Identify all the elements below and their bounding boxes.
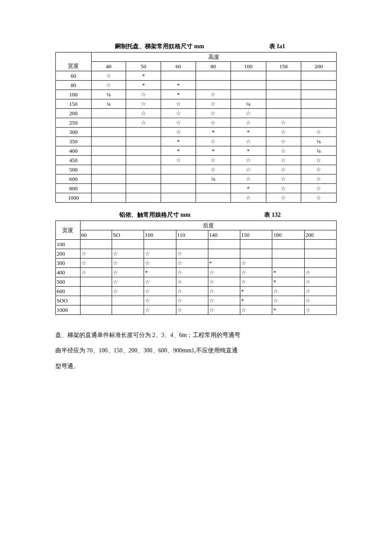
table2-row-label: 100 <box>56 240 81 249</box>
table1-cell: ☆ <box>231 137 266 146</box>
table2-cell <box>304 240 336 249</box>
table1-cell <box>91 165 126 174</box>
table2-cell: ☆ <box>176 287 208 296</box>
table2-cell: ☆ <box>144 305 176 315</box>
table2-cell <box>240 249 272 259</box>
table1-cell <box>231 90 266 99</box>
table2-cell: ☆ <box>176 249 208 259</box>
table1-cell: ☆ <box>266 165 301 174</box>
table1-cell: * <box>161 81 196 90</box>
table2-cell: ☆ <box>304 277 336 287</box>
table1-cell <box>91 137 126 146</box>
table2-cell: ☆ <box>144 287 176 296</box>
table1-cell: * <box>161 146 196 156</box>
table1-row-label: 200 <box>56 109 92 118</box>
table2-cell: * <box>240 287 272 296</box>
table-row: 250☆☆☆☆☆ <box>56 118 337 128</box>
table1-cell <box>91 118 126 128</box>
table-row: 800*☆☆ <box>56 184 337 193</box>
table1-header-row1: 宽度 高度 <box>56 52 337 62</box>
table1-cell: ☆ <box>196 118 231 128</box>
table1-row-header-label: 宽度 <box>56 52 92 71</box>
table1-cell: * <box>231 146 266 156</box>
table1-cell <box>161 165 196 174</box>
table1-cell: ☆ <box>266 174 301 184</box>
table-row: 80☆** <box>56 81 337 90</box>
table1-cell: ☆ <box>161 109 196 118</box>
table1-cell <box>126 193 161 203</box>
table2-row-label: 200 <box>56 249 81 259</box>
table1-cell: ☆ <box>301 184 337 193</box>
table2-cell: ☆ <box>176 268 208 277</box>
table2-cell: * <box>208 259 240 268</box>
table2-cell: ☆ <box>304 296 336 305</box>
table2-cell: * <box>240 296 272 305</box>
table-row: 1000☆☆☆☆*☆ <box>56 305 337 315</box>
table2-cell: ☆ <box>272 287 304 296</box>
table1-header-row2: 40 50 60 80 100 150 200 <box>56 62 337 71</box>
table2-cell: ☆ <box>144 296 176 305</box>
table1-row-label: 350 <box>56 137 92 146</box>
table1-cell: ☆ <box>196 90 231 99</box>
table1-cell: ☆ <box>161 156 196 165</box>
table1-cell: ☆ <box>161 118 196 128</box>
table2-cell <box>80 277 112 287</box>
table-row: 500☆☆☆☆ <box>56 165 337 174</box>
table1-cell <box>91 184 126 193</box>
table2-cell: ☆ <box>144 249 176 259</box>
table1-cell: ☆ <box>266 156 301 165</box>
table2-col-header: 60 <box>80 230 112 240</box>
table2-header-row1: 宽度 后度 <box>56 221 337 230</box>
table1-cell <box>266 71 301 81</box>
table1-cell: ☆ <box>301 174 337 184</box>
table1-col-header: 200 <box>301 62 337 71</box>
table1-row-label: 450 <box>56 156 92 165</box>
table1-title-row: 嗣制托盘、梯架常用奴格尺寸 mm 表 Ia1 <box>55 43 337 50</box>
table1-cell <box>161 174 196 184</box>
table1-cell <box>91 174 126 184</box>
table-row: SOO☆☆☆*☆☆ <box>56 296 337 305</box>
table1-row-label: 100 <box>56 90 92 99</box>
table2-title: 铝侬、触常用娘格尺寸 mm <box>119 211 190 219</box>
table1-col-header: 50 <box>126 62 161 71</box>
table1-cell: ☆ <box>126 99 161 109</box>
table2-col-header: 150 <box>240 230 272 240</box>
table1-cell: * <box>196 146 231 156</box>
table1-cell <box>126 165 161 174</box>
table1-cell <box>126 156 161 165</box>
table1-cell: ☆ <box>126 118 161 128</box>
table1-cell: ☆ <box>196 137 231 146</box>
table2-cell <box>272 240 304 249</box>
table2-cell: ☆ <box>112 249 144 259</box>
table1-cell <box>161 193 196 203</box>
table-row: 1000☆☆☆ <box>56 193 337 203</box>
table2-cell <box>144 240 176 249</box>
table2-cell <box>208 249 240 259</box>
table-row: 200☆☆☆☆ <box>56 109 337 118</box>
table1-col-header: 80 <box>196 62 231 71</box>
table-row: 500☆☆☆☆☆*☆ <box>56 277 337 287</box>
table2-cell: ☆ <box>240 268 272 277</box>
table1-cell <box>301 90 337 99</box>
table1-cell <box>301 71 337 81</box>
table2-col-group-label: 后度 <box>80 221 336 230</box>
table1-cell <box>196 193 231 203</box>
table1-cell: ☆ <box>231 193 266 203</box>
table-row: 300☆☆☆☆*☆ <box>56 259 337 268</box>
table1-cell: ⅛ <box>196 174 231 184</box>
table1-cell <box>231 71 266 81</box>
table1-cell: ☆ <box>231 118 266 128</box>
table2-cell: * <box>272 277 304 287</box>
table1-cell: ⅛ <box>301 137 337 146</box>
table2-col-header: 100 <box>144 230 176 240</box>
table1-col-header: 150 <box>266 62 301 71</box>
table1-cell: ☆ <box>301 128 337 137</box>
table1-row-label: 500 <box>56 165 92 174</box>
table-row: 200☆☆☆☆ <box>56 249 337 259</box>
table1-cell <box>301 81 337 90</box>
table1-cell: * <box>161 137 196 146</box>
table1-cell <box>91 146 126 156</box>
table1-row-label: 800 <box>56 184 92 193</box>
table2-col-header: 110 <box>176 230 208 240</box>
table1-cell <box>91 193 126 203</box>
